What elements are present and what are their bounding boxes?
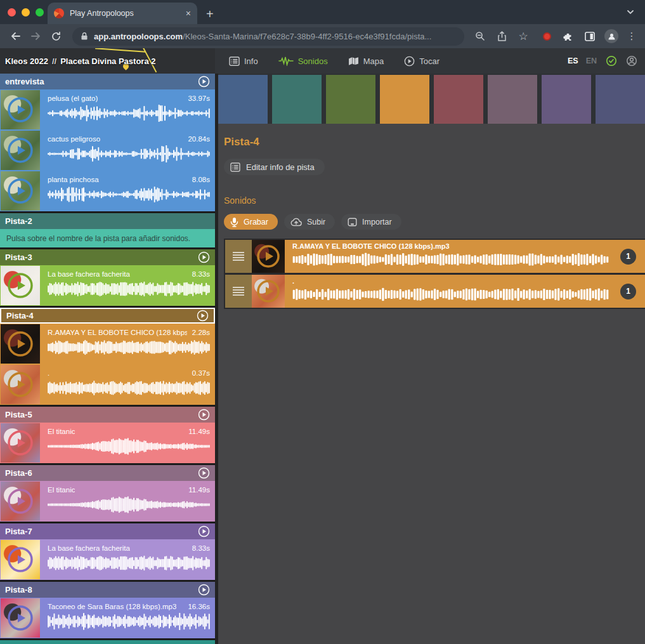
forward-button[interactable]	[27, 27, 44, 45]
track-name[interactable]: Pista-8	[5, 585, 198, 595]
sound-row[interactable]: R.AMAYA Y EL BOBOTE CHICO (128 kbps).mp3…	[225, 240, 645, 273]
sound-thumbnail[interactable]	[1, 171, 40, 211]
extensions-puzzle-icon[interactable]	[561, 31, 575, 41]
sound-thumbnail[interactable]	[1, 598, 40, 638]
reload-button[interactable]	[47, 27, 65, 45]
track-header[interactable]: Pista-4	[0, 308, 215, 324]
row-thumbnail[interactable]	[252, 240, 285, 273]
sound-item[interactable]: pelusa (el gato)33.97s	[0, 89, 215, 130]
zoom-window-button[interactable]	[36, 8, 44, 16]
nav-sonidos[interactable]: Sonidos	[278, 56, 328, 66]
close-window-button[interactable]	[8, 8, 16, 16]
bookmark-star-icon[interactable]: ☆	[516, 30, 530, 43]
row-thumbnail[interactable]	[252, 275, 285, 308]
omnibox[interactable]: app.antropoloops.com/Kleos-Santa-Marina/…	[72, 27, 464, 46]
nav-info[interactable]: Info	[229, 56, 258, 66]
sound-thumbnail[interactable]	[1, 540, 40, 579]
record-extension-icon[interactable]	[540, 32, 554, 41]
status-check-icon[interactable]	[606, 55, 617, 67]
track-play-icon[interactable]	[198, 525, 210, 537]
sound-item[interactable]: Taconeo de Sara Baras (128 kbps).mp316.3…	[0, 598, 215, 638]
track-play-icon[interactable]	[198, 467, 210, 479]
track-name[interactable]: Pista-7	[5, 527, 198, 536]
sound-item[interactable]: La base fachera facherita8.33s	[0, 539, 215, 580]
thumb-play-icon[interactable]	[7, 605, 34, 631]
track-name[interactable]: Pista-3	[5, 253, 198, 262]
track-header[interactable]: entrevista	[0, 74, 215, 89]
track-header[interactable]: Pista-6	[0, 465, 215, 481]
track-header[interactable]: Pista-7	[0, 523, 215, 539]
row-play-icon[interactable]	[256, 279, 280, 303]
tab-search-chevron-icon[interactable]	[626, 8, 635, 19]
browser-tab[interactable]: Play Antropoloops ×	[48, 3, 197, 24]
thumb-play-icon[interactable]	[7, 430, 34, 456]
sound-item[interactable]: planta pinchosa8.08s	[0, 171, 215, 211]
track-header[interactable]: Pista-8	[0, 582, 215, 598]
track-play-icon[interactable]	[197, 310, 209, 322]
account-icon[interactable]	[626, 55, 637, 67]
sound-item[interactable]: El titanic11.49s	[0, 481, 215, 522]
tab-close-icon[interactable]: ×	[186, 8, 191, 18]
row-play-icon[interactable]	[256, 244, 280, 268]
track-color-swatch-2[interactable]	[272, 75, 322, 124]
importar-button[interactable]: Importar	[341, 214, 401, 230]
new-tab-button[interactable]: +	[206, 8, 214, 20]
sound-row[interactable]: .1	[225, 275, 645, 308]
track-color-swatch-8[interactable]	[596, 75, 645, 124]
thumb-play-icon[interactable]	[7, 371, 34, 398]
nav-tocar[interactable]: Tocar	[404, 56, 440, 67]
sound-thumbnail[interactable]	[1, 365, 40, 404]
minimize-window-button[interactable]	[22, 8, 30, 16]
back-button[interactable]	[6, 27, 24, 45]
track-color-swatch-3[interactable]	[326, 75, 375, 124]
thumb-play-icon[interactable]	[7, 488, 34, 515]
track-header[interactable]: Pista-2	[0, 213, 215, 229]
share-icon[interactable]	[495, 31, 509, 42]
subir-button[interactable]: Subir	[284, 214, 335, 230]
thumb-play-icon[interactable]	[7, 546, 34, 573]
thumb-play-icon[interactable]	[7, 178, 34, 204]
track-name[interactable]: Pista-2	[5, 216, 210, 226]
track-header[interactable]: Pista-3	[0, 249, 215, 265]
track-color-swatch-5[interactable]	[434, 75, 483, 124]
lang-es[interactable]: ES	[568, 56, 578, 65]
sound-item[interactable]: El titanic11.49s	[0, 423, 215, 463]
zoom-out-icon[interactable]	[473, 31, 487, 41]
side-panel-icon[interactable]	[583, 32, 597, 41]
sound-thumbnail[interactable]	[1, 482, 40, 521]
sound-item[interactable]: .0.37s	[0, 364, 215, 405]
track-color-swatch-1[interactable]	[218, 75, 268, 124]
track-name[interactable]: entrevista	[5, 77, 198, 86]
lang-en[interactable]: EN	[586, 56, 597, 65]
track-play-icon[interactable]	[198, 76, 210, 88]
track-name[interactable]: Pista-4	[6, 311, 197, 320]
sound-item[interactable]: cactus peligroso20.84s	[0, 130, 215, 171]
track-color-swatch-4-selected[interactable]	[380, 75, 429, 124]
sound-item[interactable]: R.AMAYA Y EL BOBOTE CHICO (128 kbps)....…	[0, 324, 215, 364]
sound-thumbnail[interactable]	[1, 423, 40, 463]
drag-handle[interactable]	[225, 240, 252, 273]
track-name[interactable]: Pista-5	[5, 410, 198, 419]
browser-menu-icon[interactable]: ⋮	[625, 30, 639, 42]
profile-avatar[interactable]	[604, 29, 618, 43]
track-color-swatch-6[interactable]	[488, 75, 537, 124]
thumb-play-icon[interactable]	[7, 137, 34, 164]
thumb-play-icon[interactable]	[7, 331, 34, 357]
sound-thumbnail[interactable]	[1, 324, 40, 364]
project-name[interactable]: Kleos 2022	[5, 56, 48, 66]
edit-track-info-button[interactable]: Editar info de pista	[224, 159, 325, 175]
track-color-swatch-7[interactable]	[542, 75, 591, 124]
drag-handle[interactable]	[225, 275, 252, 308]
sound-thumbnail[interactable]	[1, 90, 40, 129]
thumb-play-icon[interactable]	[7, 96, 34, 123]
sound-thumbnail[interactable]	[1, 266, 40, 305]
track-header[interactable]: Pista-5	[0, 407, 215, 423]
track-play-icon[interactable]	[198, 584, 210, 596]
sound-item[interactable]: La base fachera facherita8.33s	[0, 265, 215, 306]
track-play-icon[interactable]	[198, 409, 210, 421]
sound-thumbnail[interactable]	[1, 131, 40, 170]
nav-mapa[interactable]: Mapa	[348, 56, 384, 66]
thumb-play-icon[interactable]	[7, 272, 34, 299]
track-play-icon[interactable]	[198, 251, 210, 263]
track-name[interactable]: Pista-6	[5, 468, 198, 478]
